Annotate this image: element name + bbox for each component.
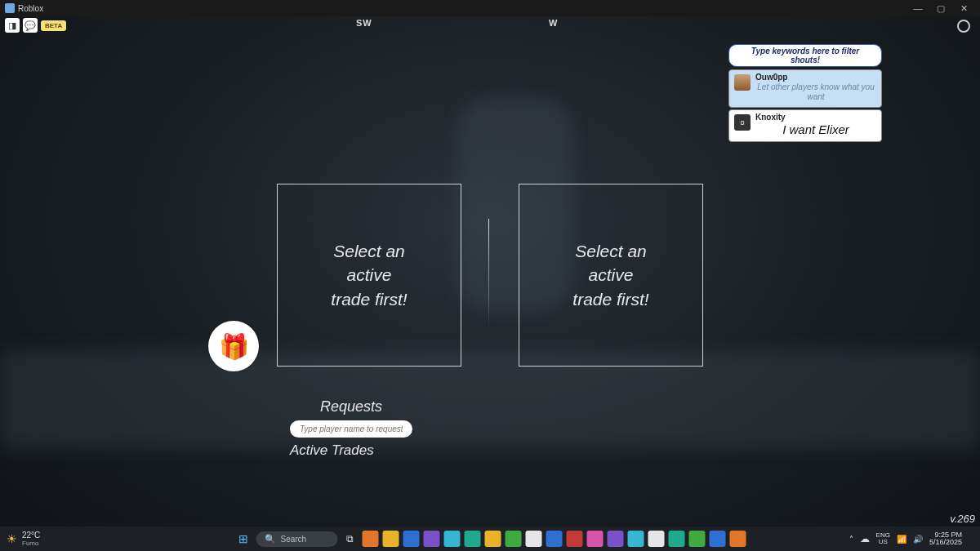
taskbar-search-input[interactable]: 🔍 Search: [256, 531, 338, 547]
search-icon: 🔍: [265, 534, 276, 544]
trade-panel-theirs[interactable]: Select an active trade first!: [519, 184, 703, 367]
taskbar-app-icon[interactable]: [506, 531, 522, 547]
player-name-label: Knoxity: [755, 113, 876, 122]
volume-icon[interactable]: 🔊: [913, 535, 923, 544]
taskbar-clock[interactable]: 9:25 PM 5/16/2025: [929, 531, 962, 546]
weather-icon: ☀: [7, 532, 17, 545]
gift-icon: 🎁: [219, 332, 249, 361]
window-titlebar: Roblox — ▢ ✕: [0, 0, 980, 16]
window-title: Roblox: [18, 4, 43, 13]
roblox-topbar: ◨ 💬 BETA: [5, 18, 66, 33]
wifi-icon[interactable]: 📶: [897, 535, 906, 544]
taskbar-search-label: Search: [281, 535, 307, 544]
player-name-label: Ouw0pp: [755, 73, 876, 82]
game-version-label: v.269: [950, 513, 975, 525]
roblox-menu-icon[interactable]: ◨: [5, 18, 20, 33]
language-indicator[interactable]: ENG US: [876, 532, 890, 545]
beta-badge: BETA: [41, 20, 66, 31]
shout-self-input[interactable]: Let other players know what you want: [755, 82, 876, 102]
taskbar-app-icon[interactable]: [710, 531, 726, 547]
taskbar-app-icon[interactable]: [608, 531, 624, 547]
taskbar-app-icon[interactable]: [730, 531, 746, 547]
weather-condition: Fumo: [22, 540, 40, 547]
taskbar-app-icon[interactable]: [628, 531, 644, 547]
taskbar-center-icons: ⊞ 🔍 Search ⧉: [234, 530, 746, 548]
shouts-panel: Type keywords here to filter shouts! Ouw…: [728, 44, 882, 144]
taskbar-app-icon[interactable]: [485, 531, 501, 547]
cloud-icon[interactable]: ☁: [860, 533, 870, 544]
start-button[interactable]: ⊞: [234, 530, 252, 548]
tray-chevron-up-icon[interactable]: ˄: [849, 535, 853, 544]
window-maximize-button[interactable]: ▢: [929, 3, 952, 14]
shout-card[interactable]: ¤ Knoxity I want Elixer: [728, 109, 882, 142]
taskbar-app-icon[interactable]: [669, 531, 685, 547]
taskbar-app-icon[interactable]: [587, 531, 604, 547]
compass-mark-sw: SW: [356, 18, 372, 28]
chat-icon[interactable]: 💬: [23, 18, 38, 33]
taskbar-app-icon[interactable]: [648, 531, 665, 547]
system-tray: ˄ ☁ ENG US 📶 🔊 9:25 PM 5/16/2025: [849, 531, 973, 546]
taskbar-app-icon[interactable]: [363, 531, 379, 547]
taskbar-app-icon[interactable]: [403, 531, 420, 547]
windows-taskbar: ☀ 22°C Fumo ⊞ 🔍 Search ⧉ ˄ ☁: [0, 527, 980, 551]
taskbar-app-icon[interactable]: [444, 531, 461, 547]
game-options-icon[interactable]: [957, 20, 970, 33]
request-player-input[interactable]: [290, 420, 412, 438]
requests-block: Requests Active Trades: [290, 398, 412, 459]
taskbar-app-icon[interactable]: [383, 531, 399, 547]
compass-mark-w: W: [549, 18, 558, 28]
taskview-icon[interactable]: ⧉: [342, 531, 359, 547]
avatar: ¤: [734, 114, 751, 131]
roblox-app-icon: [5, 3, 15, 13]
shout-message: I want Elixer: [755, 122, 876, 136]
taskbar-app-icon[interactable]: [567, 531, 583, 547]
taskbar-app-icon[interactable]: [689, 531, 706, 547]
taskbar-app-icon[interactable]: [526, 531, 542, 547]
shout-card-self: Ouw0pp Let other players know what you w…: [728, 69, 882, 108]
shouts-filter-input[interactable]: Type keywords here to filter shouts!: [728, 44, 882, 67]
window-close-button[interactable]: ✕: [952, 3, 975, 14]
active-trades-heading: Active Trades: [290, 442, 412, 459]
taskbar-app-icon[interactable]: [465, 531, 481, 547]
weather-temp: 22°C: [22, 531, 40, 540]
window-minimize-button[interactable]: —: [906, 3, 929, 13]
avatar: [734, 74, 751, 91]
trade-panel-yours[interactable]: Select an active trade first!: [277, 184, 461, 367]
taskbar-app-icon[interactable]: [424, 531, 440, 547]
requests-heading: Requests: [290, 398, 412, 415]
trade-divider: [488, 219, 489, 329]
trade-panel-message: Select an active trade first!: [331, 239, 407, 311]
trade-panel-message: Select an active trade first!: [572, 239, 648, 311]
taskbar-weather-widget[interactable]: ☀ 22°C Fumo: [7, 531, 40, 547]
trade-icon-button[interactable]: 🎁: [208, 321, 259, 371]
taskbar-app-icon[interactable]: [546, 531, 563, 547]
